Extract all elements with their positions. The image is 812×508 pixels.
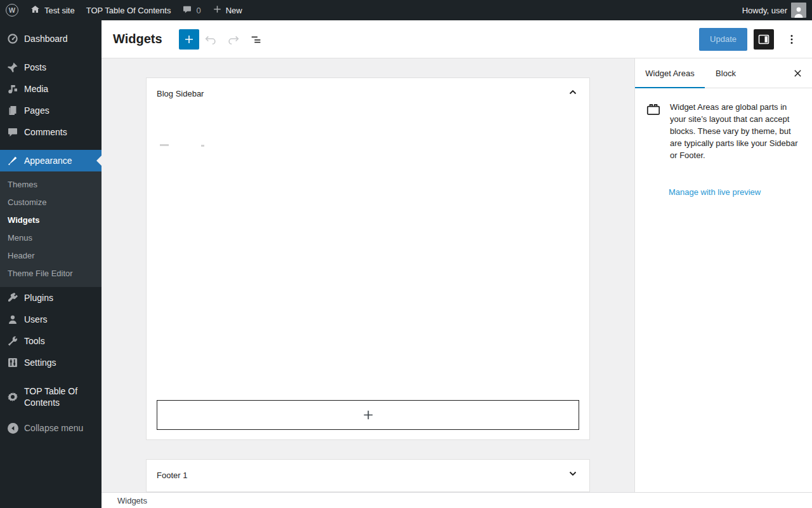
submenu-item-themes[interactable]: Themes	[0, 175, 102, 193]
widget-areas-description-section: Widget Areas are global parts in your si…	[635, 88, 812, 174]
sidebar-item-comments[interactable]: Comments	[0, 121, 102, 143]
faint-loading-block-fragment	[160, 144, 169, 146]
settings-sidebar: Widget Areas Block Widget Areas are glob…	[634, 58, 812, 492]
editor-header: Widgets Update	[102, 20, 812, 58]
sidebar-item-tools[interactable]: Tools	[0, 330, 102, 352]
comment-bubble-icon	[182, 4, 192, 17]
sidebar-item-posts[interactable]: Posts	[0, 57, 102, 78]
sidebar-item-label: Media	[24, 84, 48, 94]
update-button[interactable]: Update	[699, 28, 747, 51]
list-view-button[interactable]	[245, 28, 268, 51]
user-icon	[6, 313, 19, 326]
my-account-menu[interactable]: Howdy, user	[737, 0, 812, 20]
widgets-editor-canvas: Blog Sidebar Footer 1	[102, 58, 634, 492]
sidebar-item-label: Posts	[24, 62, 46, 72]
panel-title: Blog Sidebar	[157, 89, 204, 98]
close-icon	[792, 68, 803, 79]
options-kebab-button[interactable]	[780, 28, 803, 51]
block-inserter-button[interactable]	[179, 29, 199, 50]
media-icon	[6, 83, 19, 95]
submenu-label: Menus	[8, 233, 32, 243]
comments-shortcut[interactable]: 0	[176, 0, 206, 20]
plugin-icon	[6, 291, 19, 304]
gear-icon	[6, 391, 19, 403]
howdy-label: Howdy, user	[742, 6, 787, 15]
submenu-label: Themes	[8, 180, 37, 189]
wordpress-logo-menu[interactable]: W	[0, 0, 24, 20]
submenu-item-widgets[interactable]: Widgets	[0, 211, 102, 229]
sidebar-item-label: Plugins	[24, 293, 53, 303]
chevron-down-icon	[566, 467, 579, 483]
widget-areas-description: Widget Areas are global parts in your si…	[670, 101, 800, 161]
sidebar-item-label: Dashboard	[24, 34, 68, 44]
avatar	[791, 3, 806, 18]
submenu-item-theme-file-editor[interactable]: Theme File Editor	[0, 264, 102, 282]
submenu-label: Header	[8, 251, 35, 260]
sidebar-item-label: TOP Table Of Contents	[24, 385, 94, 408]
sidebar-item-media[interactable]: Media	[0, 78, 102, 100]
sidebar-item-plugins[interactable]: Plugins	[0, 287, 102, 309]
sidebar-item-label: Pages	[24, 105, 49, 116]
site-name-label: Test site	[44, 6, 75, 15]
redo-button[interactable]	[222, 28, 245, 51]
tab-widget-areas[interactable]: Widget Areas	[635, 58, 705, 88]
new-label: New	[226, 6, 242, 15]
sidebar-item-appearance[interactable]: Appearance	[0, 150, 102, 171]
submenu-label: Widgets	[8, 215, 39, 225]
widget-area-panel-blog-sidebar: Blog Sidebar	[146, 77, 590, 440]
toc-plugin-menu[interactable]: TOP Table Of Contents	[81, 0, 177, 20]
blog-sidebar-panel-header[interactable]: Blog Sidebar	[147, 78, 589, 109]
sidebar-item-label: Appearance	[24, 156, 72, 166]
sidebar-item-label: Comments	[24, 127, 67, 137]
sidebar-item-settings[interactable]: Settings	[0, 352, 102, 373]
submenu-label: Theme File Editor	[8, 269, 73, 278]
widget-area-panel-footer-1: Footer 1	[146, 459, 590, 492]
breadcrumb: Widgets	[117, 496, 147, 505]
close-settings-button[interactable]	[783, 58, 812, 88]
wrench-icon	[6, 335, 19, 347]
comment-count: 0	[196, 6, 200, 15]
sidebar-item-label: Users	[24, 314, 48, 324]
collapse-arrow-icon	[6, 422, 19, 434]
page-title: Widgets	[113, 32, 162, 46]
new-content-menu[interactable]: New	[207, 0, 248, 20]
editor-footer-bar: Widgets	[102, 492, 812, 508]
panel-title: Footer 1	[157, 471, 187, 480]
settings-sidebar-toggle-button[interactable]	[754, 29, 774, 50]
submenu-item-header[interactable]: Header	[0, 246, 102, 264]
appearance-submenu: Themes Customize Widgets Menus Header Th…	[0, 171, 102, 287]
current-menu-arrow-icon	[91, 156, 102, 166]
sliders-icon	[6, 356, 19, 369]
tab-block[interactable]: Block	[705, 58, 747, 88]
admin-top-bar: W Test site TOP Table Of Contents 0 New …	[0, 0, 812, 20]
pin-icon	[6, 61, 19, 74]
submenu-item-menus[interactable]: Menus	[0, 229, 102, 246]
sidebar-item-dashboard[interactable]: Dashboard	[0, 28, 102, 50]
site-name-link[interactable]: Test site	[24, 0, 81, 20]
header-right-toolbar: Update	[699, 28, 803, 51]
menu-separator	[0, 373, 102, 380]
inspector-tabs: Widget Areas Block	[635, 58, 812, 88]
sidebar-item-pages[interactable]: Pages	[0, 100, 102, 121]
submenu-item-customize[interactable]: Customize	[0, 193, 102, 211]
menu-separator	[0, 143, 102, 150]
sidebar-item-top-table-of-contents[interactable]: TOP Table Of Contents	[0, 380, 102, 413]
comment-icon	[6, 126, 19, 138]
toc-menu-label: TOP Table Of Contents	[86, 6, 171, 15]
wordpress-logo-icon: W	[6, 4, 18, 17]
home-icon	[30, 4, 41, 17]
widget-area-icon	[645, 101, 662, 161]
submenu-label: Customize	[8, 197, 46, 207]
undo-button[interactable]	[199, 28, 222, 51]
menu-separator	[0, 20, 102, 28]
faint-loading-block-fragment	[201, 145, 204, 147]
sidebar-item-label: Tools	[24, 336, 45, 346]
pages-icon	[6, 104, 19, 117]
manage-live-preview-link[interactable]: Manage with live preview	[669, 187, 761, 197]
plus-icon	[213, 4, 222, 16]
sidebar-item-label: Collapse menu	[24, 423, 83, 433]
add-block-appender[interactable]	[157, 400, 579, 430]
collapse-menu-button[interactable]: Collapse menu	[0, 417, 102, 439]
sidebar-item-users[interactable]: Users	[0, 309, 102, 330]
footer-1-panel-header[interactable]: Footer 1	[147, 460, 589, 490]
